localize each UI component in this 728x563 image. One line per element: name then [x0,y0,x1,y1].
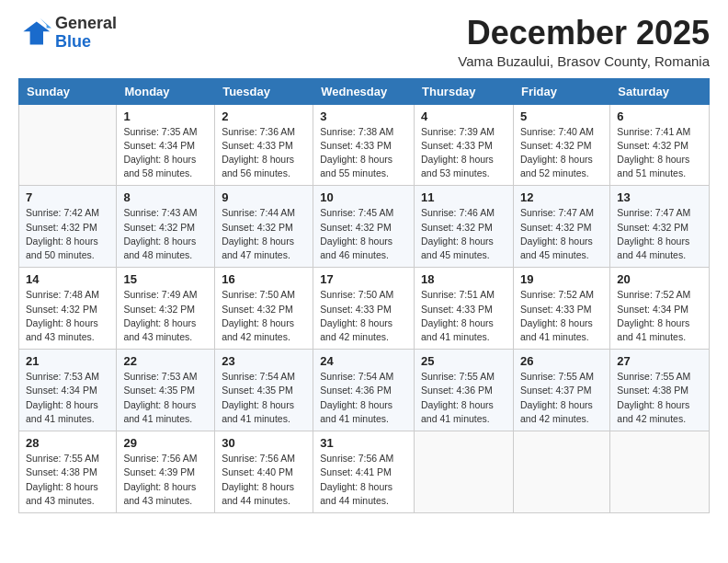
day-number: 14 [26,272,109,286]
day-number: 11 [421,190,506,204]
calendar-cell: 12Sunrise: 7:47 AMSunset: 4:32 PMDayligh… [513,186,609,268]
day-info: Sunrise: 7:52 AMSunset: 4:33 PMDaylight:… [520,288,603,344]
col-header-saturday: Saturday [610,78,710,104]
day-info: Sunrise: 7:42 AMSunset: 4:32 PMDaylight:… [26,206,109,262]
day-number: 6 [617,109,702,123]
svg-marker-0 [23,21,50,44]
logo-icon [18,17,51,50]
calendar-cell: 5Sunrise: 7:40 AMSunset: 4:32 PMDaylight… [513,104,609,186]
day-info: Sunrise: 7:49 AMSunset: 4:32 PMDaylight:… [123,288,208,344]
day-number: 21 [26,354,109,368]
location: Vama Buzaului, Brasov County, Romania [458,53,710,69]
day-info: Sunrise: 7:47 AMSunset: 4:32 PMDaylight:… [617,206,702,262]
calendar-cell: 21Sunrise: 7:53 AMSunset: 4:34 PMDayligh… [19,350,117,431]
col-header-monday: Monday [117,78,215,104]
day-number: 15 [123,272,208,286]
calendar-week-5: 28Sunrise: 7:55 AMSunset: 4:38 PMDayligh… [19,431,710,513]
day-number: 19 [520,272,603,286]
header: General Blue December 2025 Vama Buzaului… [18,15,710,69]
day-number: 13 [617,190,702,204]
day-number: 27 [617,354,702,368]
calendar-cell: 27Sunrise: 7:55 AMSunset: 4:38 PMDayligh… [610,350,710,431]
calendar-week-3: 14Sunrise: 7:48 AMSunset: 4:32 PMDayligh… [19,268,710,350]
col-header-thursday: Thursday [415,78,514,104]
col-header-tuesday: Tuesday [215,78,313,104]
logo-general-text: General [55,15,117,33]
day-number: 29 [123,436,208,450]
calendar-cell [19,104,117,186]
day-info: Sunrise: 7:38 AMSunset: 4:33 PMDaylight:… [320,125,407,181]
calendar-cell: 31Sunrise: 7:56 AMSunset: 4:41 PMDayligh… [313,431,415,513]
calendar-cell: 16Sunrise: 7:50 AMSunset: 4:32 PMDayligh… [215,268,313,350]
day-info: Sunrise: 7:51 AMSunset: 4:33 PMDaylight:… [421,288,506,344]
calendar-cell: 13Sunrise: 7:47 AMSunset: 4:32 PMDayligh… [610,186,710,268]
day-info: Sunrise: 7:41 AMSunset: 4:32 PMDaylight:… [617,125,702,181]
day-number: 12 [520,190,603,204]
day-number: 18 [421,272,506,286]
day-info: Sunrise: 7:44 AMSunset: 4:32 PMDaylight:… [222,206,306,262]
day-info: Sunrise: 7:39 AMSunset: 4:33 PMDaylight:… [421,125,506,181]
col-header-sunday: Sunday [19,78,117,104]
calendar-cell: 26Sunrise: 7:55 AMSunset: 4:37 PMDayligh… [513,350,609,431]
day-number: 20 [617,272,702,286]
day-info: Sunrise: 7:46 AMSunset: 4:32 PMDaylight:… [421,206,506,262]
day-info: Sunrise: 7:36 AMSunset: 4:33 PMDaylight:… [222,125,306,181]
day-number: 25 [421,354,506,368]
day-info: Sunrise: 7:56 AMSunset: 4:39 PMDaylight:… [123,452,208,508]
day-number: 7 [26,190,109,204]
day-number: 23 [222,354,306,368]
day-info: Sunrise: 7:55 AMSunset: 4:37 PMDaylight:… [520,370,603,426]
month-title: December 2025 [458,15,710,52]
day-number: 4 [421,109,506,123]
calendar-week-4: 21Sunrise: 7:53 AMSunset: 4:34 PMDayligh… [19,350,710,431]
calendar-cell: 2Sunrise: 7:36 AMSunset: 4:33 PMDaylight… [215,104,313,186]
title-block: December 2025 Vama Buzaului, Brasov Coun… [458,15,710,69]
day-info: Sunrise: 7:45 AMSunset: 4:32 PMDaylight:… [320,206,407,262]
day-number: 2 [222,109,306,123]
day-number: 24 [320,354,407,368]
calendar-cell: 15Sunrise: 7:49 AMSunset: 4:32 PMDayligh… [117,268,215,350]
calendar-cell: 19Sunrise: 7:52 AMSunset: 4:33 PMDayligh… [513,268,609,350]
calendar-cell: 23Sunrise: 7:54 AMSunset: 4:35 PMDayligh… [215,350,313,431]
calendar-cell: 20Sunrise: 7:52 AMSunset: 4:34 PMDayligh… [610,268,710,350]
calendar-cell: 6Sunrise: 7:41 AMSunset: 4:32 PMDaylight… [610,104,710,186]
day-number: 16 [222,272,306,286]
calendar-week-1: 1Sunrise: 7:35 AMSunset: 4:34 PMDaylight… [19,104,710,186]
day-info: Sunrise: 7:55 AMSunset: 4:38 PMDaylight:… [617,370,702,426]
day-info: Sunrise: 7:48 AMSunset: 4:32 PMDaylight:… [26,288,109,344]
day-info: Sunrise: 7:56 AMSunset: 4:41 PMDaylight:… [320,452,407,508]
col-header-wednesday: Wednesday [313,78,415,104]
calendar-cell: 22Sunrise: 7:53 AMSunset: 4:35 PMDayligh… [117,350,215,431]
day-number: 30 [222,436,306,450]
day-info: Sunrise: 7:53 AMSunset: 4:35 PMDaylight:… [123,370,208,426]
col-header-friday: Friday [513,78,609,104]
day-number: 17 [320,272,407,286]
day-number: 9 [222,190,306,204]
calendar-cell: 1Sunrise: 7:35 AMSunset: 4:34 PMDaylight… [117,104,215,186]
calendar-cell: 14Sunrise: 7:48 AMSunset: 4:32 PMDayligh… [19,268,117,350]
day-info: Sunrise: 7:50 AMSunset: 4:32 PMDaylight:… [222,288,306,344]
calendar-cell: 17Sunrise: 7:50 AMSunset: 4:33 PMDayligh… [313,268,415,350]
calendar-cell [610,431,710,513]
calendar-cell: 10Sunrise: 7:45 AMSunset: 4:32 PMDayligh… [313,186,415,268]
calendar-cell: 4Sunrise: 7:39 AMSunset: 4:33 PMDaylight… [415,104,514,186]
day-number: 10 [320,190,407,204]
day-info: Sunrise: 7:43 AMSunset: 4:32 PMDaylight:… [123,206,208,262]
day-number: 5 [520,109,603,123]
calendar-cell: 30Sunrise: 7:56 AMSunset: 4:40 PMDayligh… [215,431,313,513]
day-number: 31 [320,436,407,450]
calendar-cell: 25Sunrise: 7:55 AMSunset: 4:36 PMDayligh… [415,350,514,431]
day-number: 28 [26,436,109,450]
calendar-cell: 24Sunrise: 7:54 AMSunset: 4:36 PMDayligh… [313,350,415,431]
day-number: 22 [123,354,208,368]
day-info: Sunrise: 7:47 AMSunset: 4:32 PMDaylight:… [520,206,603,262]
calendar-cell: 29Sunrise: 7:56 AMSunset: 4:39 PMDayligh… [117,431,215,513]
day-number: 1 [123,109,208,123]
day-number: 26 [520,354,603,368]
calendar-cell: 11Sunrise: 7:46 AMSunset: 4:32 PMDayligh… [415,186,514,268]
day-info: Sunrise: 7:53 AMSunset: 4:34 PMDaylight:… [26,370,109,426]
logo: General Blue [18,15,117,52]
calendar-header-row: SundayMondayTuesdayWednesdayThursdayFrid… [19,78,710,104]
day-number: 8 [123,190,208,204]
calendar-cell: 3Sunrise: 7:38 AMSunset: 4:33 PMDaylight… [313,104,415,186]
